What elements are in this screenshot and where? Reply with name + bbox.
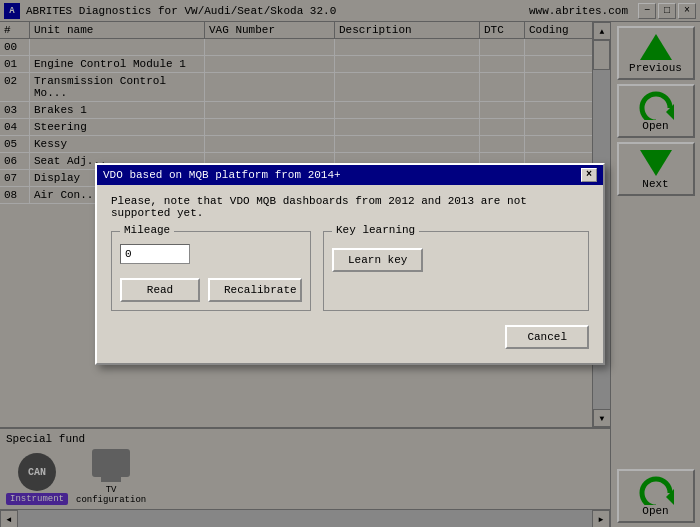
cancel-button[interactable]: Cancel	[505, 325, 589, 349]
mileage-buttons: Read Recalibrate	[120, 278, 302, 302]
modal-titlebar: VDO based on MQB platform from 2014+ ×	[97, 165, 603, 185]
mileage-input[interactable]	[120, 244, 190, 264]
modal-title: VDO based on MQB platform from 2014+	[103, 169, 341, 181]
modal-overlay: VDO based on MQB platform from 2014+ × P…	[0, 0, 700, 527]
mileage-group-label: Mileage	[120, 224, 174, 236]
recalibrate-button[interactable]: Recalibrate	[208, 278, 302, 302]
modal-close-button[interactable]: ×	[581, 168, 597, 182]
read-button[interactable]: Read	[120, 278, 200, 302]
key-learning-content: Learn key	[332, 240, 580, 272]
mileage-group: Mileage Read Recalibrate	[111, 231, 311, 311]
key-learning-group: Key learning Learn key	[323, 231, 589, 311]
modal-body: Please, note that VDO MQB dashboards fro…	[97, 185, 603, 363]
modal-subtitle: Please, note that VDO MQB dashboards fro…	[111, 195, 589, 219]
key-learning-label: Key learning	[332, 224, 419, 236]
modal-sections: Mileage Read Recalibrate Key learning Le…	[111, 231, 589, 311]
learn-key-button[interactable]: Learn key	[332, 248, 423, 272]
modal-footer: Cancel	[111, 325, 589, 353]
modal-dialog: VDO based on MQB platform from 2014+ × P…	[95, 163, 605, 365]
